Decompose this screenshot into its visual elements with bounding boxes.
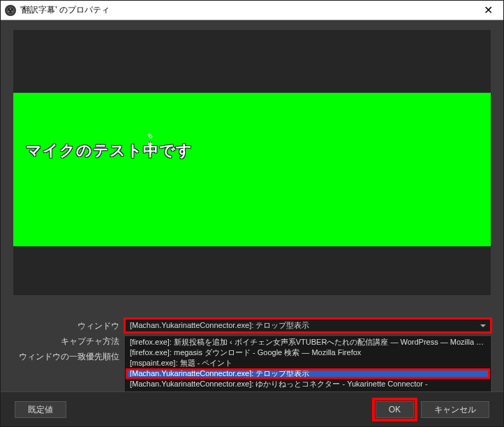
dropdown-option[interactable]: [firefox.exe]: megasis ダウンロード - Google 検… (126, 347, 490, 358)
close-button[interactable]: ✕ (473, 1, 503, 20)
subtitle-ruby: ちゅう中 (143, 140, 159, 161)
field-window: [Machan.YukarinatteConnector.exe]: テロップ型… (125, 319, 491, 332)
dialog-footer: 既定値 OK キャンセル (1, 391, 503, 426)
preview-background: マイクのテストちゅう中です (13, 30, 491, 295)
window-title: '翻訳字幕' のプロパティ (20, 4, 473, 16)
svg-point-1 (10, 8, 11, 10)
dropdown-option-selected[interactable]: [Machan.YukarinatteConnector.exe]: テロップ型… (126, 368, 490, 379)
content-area: マイクのテストちゅう中です ウィンドウ [Machan.YukarinatteC… (1, 20, 503, 391)
app-icon (5, 5, 16, 16)
cancel-button[interactable]: キャンセル (421, 401, 489, 418)
subtitle-suffix: です (159, 142, 193, 159)
titlebar: '翻訳字幕' のプロパティ ✕ (1, 1, 503, 20)
window-select[interactable]: [Machan.YukarinatteConnector.exe]: テロップ型… (125, 319, 491, 332)
row-window: ウィンドウ [Machan.YukarinatteConnector.exe]:… (13, 319, 491, 333)
dropdown-option[interactable]: [chrome.exe]: ● Yukarinette Connector (126, 389, 490, 391)
ruby-text: ちゅう (147, 132, 156, 155)
subtitle-text: マイクのテストちゅう中です (26, 140, 193, 161)
svg-point-0 (7, 7, 14, 14)
label-window: ウィンドウ (13, 319, 125, 333)
defaults-button[interactable]: 既定値 (15, 401, 66, 418)
dropdown-option[interactable]: [Machan.YukarinatteConnector.exe]: ゆかりねっ… (126, 379, 490, 389)
subtitle-prefix: マイクのテスト (26, 142, 143, 159)
ok-button[interactable]: OK (376, 401, 414, 418)
svg-point-2 (8, 10, 10, 12)
dropdown-option[interactable]: [mspaint.exe]: 無題 - ペイント (126, 358, 490, 368)
window-select-value: [Machan.YukarinatteConnector.exe]: テロップ型… (130, 321, 309, 329)
dropdown-option[interactable]: [firefox.exe]: 新規投稿を追加 ‹ ボイチェン女声系VTUBERへ… (126, 337, 490, 347)
window-dropdown-list[interactable]: [firefox.exe]: 新規投稿を追加 ‹ ボイチェン女声系VTUBERへ… (125, 336, 491, 391)
svg-point-3 (12, 10, 13, 12)
label-capture: キャプチャ方法 (13, 334, 125, 348)
label-priority: ウィンドウの一致優先順位 (13, 350, 125, 364)
source-preview: マイクのテストちゅう中です (13, 93, 491, 246)
